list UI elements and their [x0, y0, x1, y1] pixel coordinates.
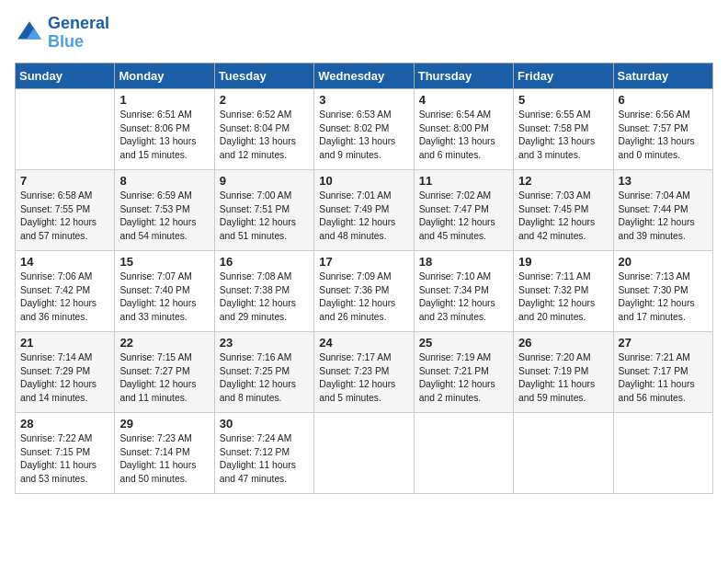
- day-info: Sunrise: 7:04 AM Sunset: 7:44 PM Dayligh…: [619, 190, 708, 245]
- calendar-cell: 1Sunrise: 6:51 AM Sunset: 8:06 PM Daylig…: [115, 88, 214, 169]
- day-number: 14: [20, 255, 109, 269]
- day-info: Sunrise: 7:01 AM Sunset: 7:49 PM Dayligh…: [319, 190, 408, 245]
- calendar-header-saturday: Saturday: [613, 63, 712, 88]
- day-info: Sunrise: 7:23 AM Sunset: 7:14 PM Dayligh…: [119, 432, 209, 488]
- day-number: 17: [319, 255, 408, 269]
- calendar-header-wednesday: Wednesday: [314, 63, 414, 88]
- day-info: Sunrise: 6:51 AM Sunset: 8:06 PM Dayligh…: [119, 109, 209, 164]
- day-number: 22: [119, 336, 209, 350]
- calendar-week-3: 14Sunrise: 7:06 AM Sunset: 7:42 PM Dayli…: [16, 250, 713, 331]
- calendar-cell: 22Sunrise: 7:15 AM Sunset: 7:27 PM Dayli…: [115, 331, 214, 412]
- calendar-cell: 4Sunrise: 6:54 AM Sunset: 8:00 PM Daylig…: [414, 88, 513, 169]
- logo-text: General Blue: [48, 15, 109, 52]
- day-info: Sunrise: 7:14 AM Sunset: 7:29 PM Dayligh…: [20, 351, 109, 407]
- calendar-cell: [514, 412, 613, 493]
- day-number: 9: [220, 174, 309, 188]
- day-number: 6: [619, 93, 708, 107]
- day-number: 30: [220, 417, 309, 431]
- calendar-header-row: SundayMondayTuesdayWednesdayThursdayFrid…: [16, 63, 713, 88]
- page-header: General Blue: [15, 15, 713, 52]
- day-number: 13: [619, 174, 708, 188]
- day-number: 11: [419, 174, 508, 188]
- calendar-cell: 30Sunrise: 7:24 AM Sunset: 7:12 PM Dayli…: [214, 412, 313, 493]
- day-number: 25: [419, 336, 508, 350]
- day-number: 4: [419, 93, 508, 107]
- day-number: 27: [619, 336, 708, 350]
- day-info: Sunrise: 6:58 AM Sunset: 7:55 PM Dayligh…: [20, 190, 109, 245]
- day-number: 28: [20, 417, 109, 431]
- day-number: 23: [220, 336, 309, 350]
- day-info: Sunrise: 7:17 AM Sunset: 7:23 PM Dayligh…: [319, 351, 408, 407]
- day-number: 26: [518, 336, 608, 350]
- calendar-cell: 28Sunrise: 7:22 AM Sunset: 7:15 PM Dayli…: [16, 412, 115, 493]
- day-number: 10: [319, 174, 408, 188]
- day-info: Sunrise: 6:52 AM Sunset: 8:04 PM Dayligh…: [220, 109, 309, 164]
- calendar-cell: 8Sunrise: 6:59 AM Sunset: 7:53 PM Daylig…: [115, 169, 214, 250]
- calendar-header-friday: Friday: [514, 63, 613, 88]
- calendar-week-2: 7Sunrise: 6:58 AM Sunset: 7:55 PM Daylig…: [16, 169, 713, 250]
- calendar-cell: 11Sunrise: 7:02 AM Sunset: 7:47 PM Dayli…: [414, 169, 513, 250]
- day-number: 19: [518, 255, 608, 269]
- calendar-header-monday: Monday: [115, 63, 214, 88]
- day-info: Sunrise: 7:19 AM Sunset: 7:21 PM Dayligh…: [419, 351, 508, 407]
- day-number: 21: [20, 336, 109, 350]
- day-info: Sunrise: 6:56 AM Sunset: 7:57 PM Dayligh…: [619, 109, 708, 164]
- calendar-cell: 20Sunrise: 7:13 AM Sunset: 7:30 PM Dayli…: [613, 250, 712, 331]
- logo-icon: [15, 18, 44, 48]
- calendar-cell: 12Sunrise: 7:03 AM Sunset: 7:45 PM Dayli…: [514, 169, 613, 250]
- calendar-cell: 14Sunrise: 7:06 AM Sunset: 7:42 PM Dayli…: [16, 250, 115, 331]
- day-number: 5: [518, 93, 608, 107]
- day-info: Sunrise: 6:59 AM Sunset: 7:53 PM Dayligh…: [119, 190, 209, 245]
- day-info: Sunrise: 7:02 AM Sunset: 7:47 PM Dayligh…: [419, 190, 508, 245]
- day-number: 2: [220, 93, 309, 107]
- calendar-cell: 9Sunrise: 7:00 AM Sunset: 7:51 PM Daylig…: [214, 169, 313, 250]
- logo: General Blue: [15, 15, 109, 52]
- day-number: 24: [319, 336, 408, 350]
- calendar-cell: 25Sunrise: 7:19 AM Sunset: 7:21 PM Dayli…: [414, 331, 513, 412]
- calendar-cell: 23Sunrise: 7:16 AM Sunset: 7:25 PM Dayli…: [214, 331, 313, 412]
- calendar-week-4: 21Sunrise: 7:14 AM Sunset: 7:29 PM Dayli…: [16, 331, 713, 412]
- calendar-cell: 15Sunrise: 7:07 AM Sunset: 7:40 PM Dayli…: [115, 250, 214, 331]
- calendar-cell: 3Sunrise: 6:53 AM Sunset: 8:02 PM Daylig…: [314, 88, 414, 169]
- day-info: Sunrise: 7:09 AM Sunset: 7:36 PM Dayligh…: [319, 270, 408, 326]
- calendar-header-thursday: Thursday: [414, 63, 513, 88]
- calendar-cell: 6Sunrise: 6:56 AM Sunset: 7:57 PM Daylig…: [613, 88, 712, 169]
- day-info: Sunrise: 7:07 AM Sunset: 7:40 PM Dayligh…: [119, 270, 209, 326]
- day-info: Sunrise: 7:08 AM Sunset: 7:38 PM Dayligh…: [220, 270, 309, 326]
- calendar-cell: 7Sunrise: 6:58 AM Sunset: 7:55 PM Daylig…: [16, 169, 115, 250]
- calendar-cell: 16Sunrise: 7:08 AM Sunset: 7:38 PM Dayli…: [214, 250, 313, 331]
- day-info: Sunrise: 7:13 AM Sunset: 7:30 PM Dayligh…: [619, 270, 708, 326]
- day-number: 7: [20, 174, 109, 188]
- day-info: Sunrise: 7:15 AM Sunset: 7:27 PM Dayligh…: [119, 351, 209, 407]
- calendar-cell: 24Sunrise: 7:17 AM Sunset: 7:23 PM Dayli…: [314, 331, 414, 412]
- calendar-cell: 2Sunrise: 6:52 AM Sunset: 8:04 PM Daylig…: [214, 88, 313, 169]
- day-number: 1: [119, 93, 209, 107]
- day-number: 18: [419, 255, 508, 269]
- calendar-header-tuesday: Tuesday: [214, 63, 313, 88]
- calendar-cell: [314, 412, 414, 493]
- day-info: Sunrise: 7:00 AM Sunset: 7:51 PM Dayligh…: [220, 190, 309, 245]
- calendar-table: SundayMondayTuesdayWednesdayThursdayFrid…: [15, 63, 713, 494]
- day-info: Sunrise: 7:03 AM Sunset: 7:45 PM Dayligh…: [518, 190, 608, 245]
- calendar-cell: 17Sunrise: 7:09 AM Sunset: 7:36 PM Dayli…: [314, 250, 414, 331]
- day-number: 20: [619, 255, 708, 269]
- day-info: Sunrise: 6:55 AM Sunset: 7:58 PM Dayligh…: [518, 109, 608, 164]
- calendar-cell: 18Sunrise: 7:10 AM Sunset: 7:34 PM Dayli…: [414, 250, 513, 331]
- day-number: 12: [518, 174, 608, 188]
- day-number: 3: [319, 93, 408, 107]
- day-info: Sunrise: 7:24 AM Sunset: 7:12 PM Dayligh…: [220, 432, 309, 488]
- day-number: 29: [119, 417, 209, 431]
- calendar-header-sunday: Sunday: [16, 63, 115, 88]
- day-info: Sunrise: 7:11 AM Sunset: 7:32 PM Dayligh…: [518, 270, 608, 326]
- day-number: 8: [119, 174, 209, 188]
- day-info: Sunrise: 7:22 AM Sunset: 7:15 PM Dayligh…: [20, 432, 109, 488]
- day-number: 15: [119, 255, 209, 269]
- day-info: Sunrise: 7:21 AM Sunset: 7:17 PM Dayligh…: [619, 351, 708, 407]
- day-info: Sunrise: 6:54 AM Sunset: 8:00 PM Dayligh…: [419, 109, 508, 164]
- calendar-cell: [414, 412, 513, 493]
- calendar-cell: [16, 88, 115, 169]
- calendar-cell: 21Sunrise: 7:14 AM Sunset: 7:29 PM Dayli…: [16, 331, 115, 412]
- calendar-week-5: 28Sunrise: 7:22 AM Sunset: 7:15 PM Dayli…: [16, 412, 713, 493]
- day-info: Sunrise: 7:16 AM Sunset: 7:25 PM Dayligh…: [220, 351, 309, 407]
- calendar-cell: 29Sunrise: 7:23 AM Sunset: 7:14 PM Dayli…: [115, 412, 214, 493]
